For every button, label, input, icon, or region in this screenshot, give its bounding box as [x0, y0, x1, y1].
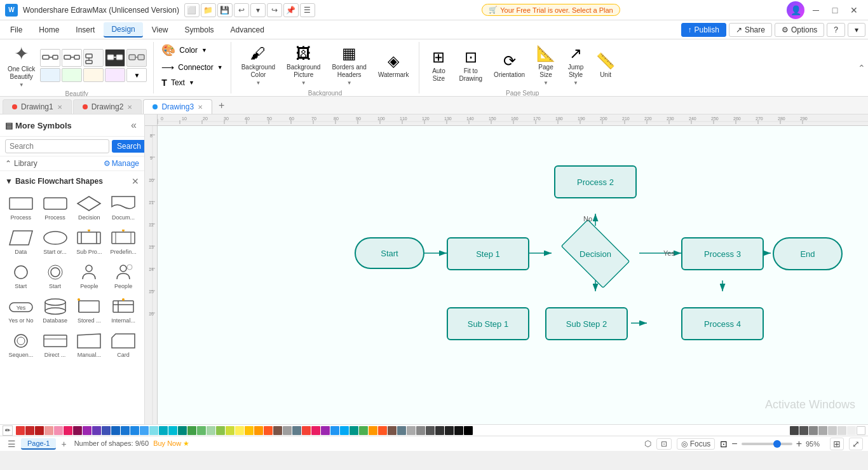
- ribbon-collapse-icon[interactable]: ⌃: [858, 63, 865, 73]
- menu-design[interactable]: Design: [104, 22, 142, 38]
- shape-sub-process[interactable]: Sub Pro...: [74, 226, 105, 258]
- swatch-dark-alt-2[interactable]: [799, 426, 808, 435]
- menu-file[interactable]: File: [3, 23, 30, 37]
- undo-button[interactable]: ↩: [234, 3, 249, 17]
- swatch-blue-2[interactable]: [121, 426, 130, 435]
- swatch-orange-1[interactable]: [254, 426, 263, 435]
- pin-button[interactable]: 📌: [283, 3, 299, 17]
- swatch-white[interactable]: [857, 426, 865, 435]
- swatch-amber-1[interactable]: [245, 426, 254, 435]
- swatch-pink-alt[interactable]: [311, 426, 320, 435]
- trial-badge[interactable]: 🛒 Your Free Trial is over. Select a Plan: [482, 4, 620, 16]
- unit-button[interactable]: 📏 Unit: [591, 50, 620, 81]
- swatch-orange-alt[interactable]: [369, 426, 377, 435]
- share-button[interactable]: ↗ Share: [729, 23, 772, 37]
- buy-now-link[interactable]: Buy Now: [153, 439, 181, 447]
- swatch-dark-alt-6[interactable]: [837, 426, 846, 435]
- shape-step1[interactable]: Step 1: [447, 237, 529, 270]
- swatch-teal-alt[interactable]: [349, 426, 358, 435]
- swatch-grey-1[interactable]: [283, 426, 292, 435]
- layers-button[interactable]: ⬡: [644, 439, 651, 448]
- swatch-pink-3[interactable]: [64, 426, 72, 435]
- orientation-button[interactable]: ⟳ Orientation: [489, 50, 530, 81]
- shape-process2[interactable]: Process 2: [554, 165, 637, 198]
- swatch-pink-2[interactable]: [54, 426, 63, 435]
- swatch-green-4[interactable]: [216, 426, 225, 435]
- shape-people-2[interactable]: People: [107, 260, 139, 292]
- swatch-dark-1[interactable]: [435, 426, 444, 435]
- shape-decision[interactable]: Decision: [552, 226, 639, 282]
- swatch-dark-alt-7[interactable]: [847, 426, 856, 435]
- swatch-purple-alt[interactable]: [321, 426, 330, 435]
- shape-yes-no[interactable]: Yes Yes or No: [5, 294, 37, 326]
- swatch-black[interactable]: [464, 426, 473, 435]
- swatch-blue-grey-alt[interactable]: [397, 426, 406, 435]
- swatch-blue-1[interactable]: [111, 426, 120, 435]
- swatch-purple-1[interactable]: [83, 426, 92, 435]
- new-button[interactable]: ⬜: [184, 3, 200, 17]
- beautify-style-2[interactable]: [62, 49, 82, 67]
- menu-view[interactable]: View: [144, 23, 176, 37]
- zoom-fit-button[interactable]: ⊡: [720, 439, 728, 449]
- beautify-style-8[interactable]: [83, 68, 104, 82]
- shape-predefined[interactable]: Predefin...: [107, 226, 139, 258]
- restore-button[interactable]: □: [826, 3, 844, 17]
- shape-end[interactable]: End: [773, 237, 843, 270]
- swatch-green-2[interactable]: [197, 426, 206, 435]
- swatch-grey-3[interactable]: [416, 426, 425, 435]
- swatch-deep-orange-alt[interactable]: [378, 426, 387, 435]
- swatch-brown-alt[interactable]: [388, 426, 397, 435]
- tab-close-3[interactable]: ✕: [198, 104, 203, 111]
- beautify-style-9[interactable]: [105, 68, 125, 82]
- swatch-green-3[interactable]: [207, 426, 215, 435]
- shape-substep1[interactable]: Sub Step 1: [447, 307, 529, 340]
- swatch-pink-4[interactable]: [73, 426, 82, 435]
- swatch-indigo-1[interactable]: [102, 426, 111, 435]
- fullscreen-button[interactable]: ⤢: [849, 438, 863, 450]
- search-input[interactable]: [5, 139, 109, 153]
- jump-style-button[interactable]: ↗ JumpStyle ▼: [562, 42, 590, 88]
- tab-drawing1[interactable]: Drawing1 ✕: [3, 99, 72, 114]
- focus-button[interactable]: ◎ Focus: [677, 438, 715, 450]
- swatch-lime-1[interactable]: [226, 426, 234, 435]
- beautify-expand[interactable]: ▼: [126, 68, 147, 82]
- canvas[interactable]: Start Step 1 Decision Process 2 Proce: [158, 126, 868, 424]
- shape-card[interactable]: Card: [107, 329, 139, 361]
- swatch-dark-3[interactable]: [454, 426, 463, 435]
- swatch-grey-2[interactable]: [407, 426, 416, 435]
- beautify-style-4[interactable]: [105, 49, 125, 67]
- sidebar-collapse-button[interactable]: «: [128, 118, 139, 132]
- swatch-teal-2[interactable]: [178, 426, 187, 435]
- swatch-dark-2[interactable]: [445, 426, 454, 435]
- line-color-tool[interactable]: ✏: [3, 425, 13, 436]
- page-size-button[interactable]: 📐 PageSize ▼: [531, 42, 560, 88]
- swatch-purple-2[interactable]: [92, 426, 101, 435]
- swatch-brown-1[interactable]: [273, 426, 282, 435]
- shape-start-circle-1[interactable]: Start: [5, 260, 37, 292]
- swatch-red-alt[interactable]: [302, 426, 311, 435]
- swatch-teal-1[interactable]: [168, 426, 177, 435]
- shape-process-1[interactable]: Process: [5, 191, 37, 223]
- zoom-slider[interactable]: [742, 443, 792, 445]
- shape-document[interactable]: Docum...: [107, 191, 139, 223]
- shape-data[interactable]: Data: [5, 226, 37, 258]
- shape-database[interactable]: Database: [39, 294, 71, 326]
- section-header[interactable]: ▼ Basic Flowchart Shapes ✕: [3, 174, 142, 189]
- shape-process3[interactable]: Process 3: [681, 237, 764, 270]
- swatch-deep-orange-1[interactable]: [264, 426, 273, 435]
- beautify-style-1[interactable]: [40, 49, 60, 67]
- redo-button[interactable]: ↪: [267, 3, 282, 17]
- fit-window-button[interactable]: ⊞: [830, 438, 844, 450]
- swatch-green-1[interactable]: [187, 426, 196, 435]
- page-menu-button[interactable]: ☰: [5, 439, 18, 449]
- shape-manual[interactable]: Manual...: [74, 329, 105, 361]
- swatch-cyan-1[interactable]: [149, 426, 158, 435]
- manage-button[interactable]: ⚙ Manage: [104, 159, 139, 168]
- zoom-out-button[interactable]: −: [730, 438, 738, 450]
- minimize-button[interactable]: ─: [807, 3, 825, 17]
- swatch-green-alt[interactable]: [359, 426, 368, 435]
- fit-drawing-button[interactable]: ⊡ Fit toDrawing: [454, 46, 487, 85]
- swatch-blue-3[interactable]: [130, 426, 139, 435]
- watermark-button[interactable]: ◈ Watermark: [373, 50, 414, 81]
- close-button[interactable]: ✕: [845, 3, 863, 17]
